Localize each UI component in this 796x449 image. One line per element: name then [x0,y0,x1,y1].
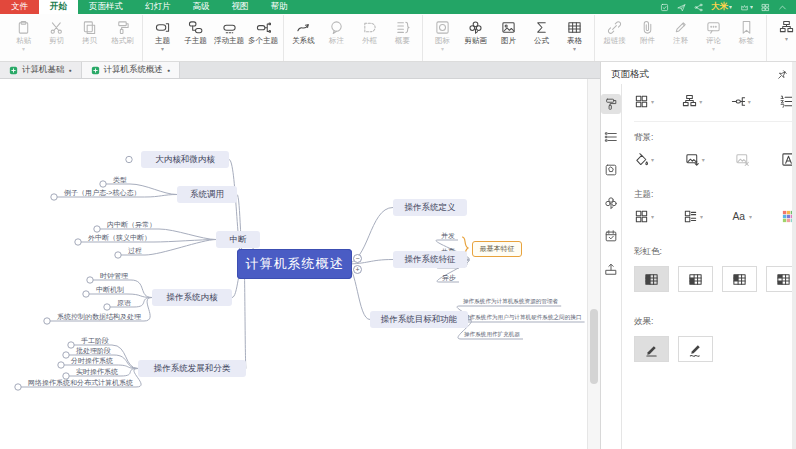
ribbon-formula-button[interactable]: 公式 [525,17,558,46]
panel-rainbow-2-button[interactable] [678,266,713,292]
mindmap-topic[interactable]: 操作系统目标和功能 [370,311,468,328]
canvas-vertical-scrollbar[interactable] [587,79,600,449]
ribbon-attachment-button[interactable]: 附件 [631,17,664,46]
menu-tab-6[interactable]: 帮助 [260,0,299,14]
panel-scrollbar[interactable] [792,62,796,449]
scrollbar-thumb[interactable] [590,309,598,384]
panel-strip-export-button[interactable] [601,259,621,279]
panel-theme-grid-button[interactable]: ▾ [634,209,654,224]
panel-section-row: ▾▾Aa▾▾ [634,209,796,224]
panel-strip-calendar-check-button[interactable] [601,226,621,246]
panel-strip-list-button[interactable] [601,127,621,147]
panel-strip-clipart-button[interactable] [601,193,621,213]
mindmap-subtopic[interactable]: 手工阶段 [81,336,109,345]
mindmap-subtopic[interactable]: 操作系统作为用户与计算机硬件系统之间的接口 [464,313,581,322]
ribbon-button-label: 图标 [435,36,450,46]
document-tab-0[interactable]: 计算机基础● [0,62,82,78]
mindmap-subtopic[interactable]: 并发 [441,231,455,240]
mindmap-subtopic[interactable]: 异步 [442,273,456,282]
mindmap-subtopic[interactable]: 类型 [113,175,127,184]
mindmap-root-topic[interactable]: 计算机系统概述 [237,249,352,279]
mindmap-subtopic[interactable]: 实时操作系统 [76,367,118,376]
mindmap-subtopic[interactable]: 中断机制 [96,285,124,294]
mindmap-topic[interactable]: 大内核和微内核 [141,151,229,168]
pin-icon[interactable] [777,69,788,80]
mindmap-subtopic[interactable]: 原语 [117,298,131,307]
callout-basic-feature[interactable]: 最基本特征 [472,241,522,257]
menu-tab-5[interactable]: 视图 [221,0,260,14]
collapse-ribbon-icon[interactable] [778,3,787,12]
ribbon-topic-button[interactable]: 主题▾ [146,17,179,52]
mindmap-subtopic[interactable]: 系统控制的数据结构及处理 [57,312,141,321]
mindmap-subtopic[interactable]: 内中断（异常） [107,220,156,229]
ribbon-note-button[interactable]: 注释 [664,17,697,46]
ribbon-subtopic-button[interactable]: 子主题 [179,17,212,46]
ribbon-format-painter-button[interactable]: 格式刷 [106,17,139,46]
panel-bucket-button[interactable]: ▾ [634,152,654,167]
send-icon[interactable] [677,3,686,12]
apps-grid-icon[interactable] [761,3,770,12]
ribbon-outline-button[interactable]: ▾ [770,17,796,42]
panel-rainbow-3-button[interactable] [722,266,757,292]
ribbon-marker-button[interactable]: 图标▾ [426,17,459,52]
mindmap-subtopic[interactable]: 时钟管理 [100,271,128,280]
mindmap-topic[interactable]: 操作系统定义 [393,199,467,216]
mindmap-subtopic[interactable]: 网络操作系统和分布式计算机系统 [28,378,133,387]
user-name[interactable]: 大米▾ [711,1,732,13]
ribbon-comment-button[interactable]: 评论▾ [697,17,730,52]
panel-font-aa-button[interactable]: Aa▾ [732,209,752,224]
branch-icon [731,94,746,109]
share-nodes-icon[interactable] [694,3,703,12]
ribbon-cut-button[interactable]: 剪切 [40,17,73,46]
panel-image-add-button[interactable]: ▾ [685,152,705,167]
ribbon-hyperlink-button[interactable]: 超链接 [598,17,631,46]
mindmap-subtopic[interactable]: 批处理阶段 [76,346,111,355]
mindmap-topic[interactable]: 操作系统特征 [393,251,467,268]
ribbon-paste-button[interactable]: 粘贴▾ [7,17,40,52]
ribbon-boundary-button[interactable]: 外框 [353,17,386,46]
panel-rainbow-1-button[interactable] [634,266,669,292]
panel-image-remove-button[interactable] [735,152,750,167]
mindmap-topic[interactable]: 系统调用 [177,186,237,203]
expand-node-button[interactable]: + [353,265,362,274]
menu-tab-3[interactable]: 幻灯片 [134,0,182,14]
ribbon-picture-button[interactable]: 图片 [492,17,525,46]
mindmap-topic[interactable]: 操作系统内核 [152,289,232,306]
ribbon-tag-button[interactable]: 标签 [730,17,763,46]
mindmap-subtopic[interactable]: 分时操作系统 [71,356,113,365]
ribbon-summary-button[interactable]: 概要 [386,17,419,46]
menu-tab-2[interactable]: 页面样式 [78,0,134,14]
ribbon-multi-topic-button[interactable]: 多个主题 [246,17,280,46]
mindmap-canvas[interactable]: 大内核和微内核类型例子（用户态->核心态）系统调用内中断（异常）外中断（狭义中断… [0,79,587,449]
mindmap-topic[interactable]: 中断 [216,231,260,248]
ribbon-clipart-button[interactable]: 剪贴画 [459,17,492,46]
ribbon-table-button[interactable]: 表格▾ [558,17,591,52]
menu-tab-1[interactable]: 开始 [39,0,78,14]
panel-strip-shape-button[interactable] [601,160,621,180]
menu-tab-0[interactable]: 文件 [0,0,39,14]
panel-branch-button[interactable]: ▾ [731,94,751,109]
ribbon-copy-button[interactable]: 拷贝 [73,17,106,46]
ribbon-button-label: 子主题 [184,36,207,46]
ribbon-relationship-button[interactable]: 关系线 [287,17,320,46]
privilege-icon[interactable]: ▾ [740,3,753,12]
ribbon-callout-button[interactable]: 标注 [320,17,353,46]
panel-theme-list-button[interactable]: ▾ [683,209,703,224]
mindmap-subtopic[interactable]: 例子（用户态->核心态） [64,188,140,197]
ribbon-floating-topic-button[interactable]: 浮动主题 [212,17,246,46]
panel-layout-grid-button[interactable]: ▾ [634,94,654,109]
panel-pencil-button[interactable] [634,336,669,362]
collapse-node-button[interactable]: − [353,254,362,263]
version-icon[interactable] [660,3,669,12]
menu-tab-4[interactable]: 高级 [182,0,221,14]
image-remove-icon [735,152,750,167]
mindmap-subtopic[interactable]: 过程 [128,246,142,255]
mindmap-topic[interactable]: 操作系统发展和分类 [138,360,246,377]
mindmap-subtopic[interactable]: 操作系统作为计算机系统资源的管理者 [463,297,558,306]
panel-strip-format-paint-button[interactable] [601,94,621,114]
document-tab-1[interactable]: 计算机系统概述● [82,62,181,78]
mindmap-subtopic[interactable]: 外中断（狭义中断） [88,233,151,242]
panel-pencil-wave-button[interactable] [678,336,713,362]
panel-org-chart-button[interactable]: ▾ [682,94,702,109]
mindmap-subtopic[interactable]: 操作系统用作扩充机器 [464,330,520,339]
